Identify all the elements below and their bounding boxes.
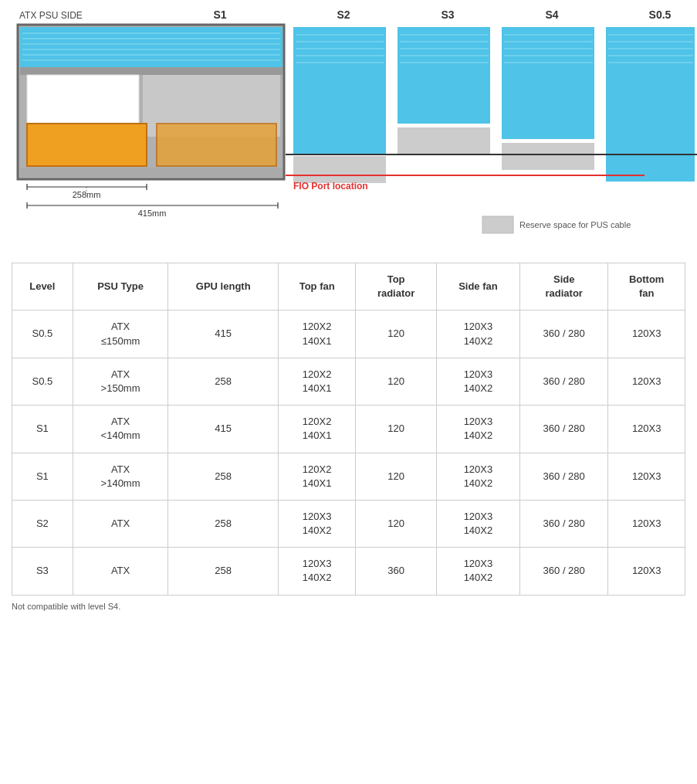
col-label-s0-5: S0.5	[649, 8, 672, 21]
col-label-s2: S2	[337, 8, 350, 21]
table-cell: 120X3	[608, 453, 685, 500]
table-header-row: Level PSU Type GPU length Top fan Toprad…	[12, 263, 685, 311]
table-cell: 258	[168, 548, 279, 595]
table-cell: 258	[168, 453, 279, 500]
table-cell: 120	[356, 358, 436, 405]
table-cell: 120X3140X2	[436, 453, 519, 500]
dim-415-label: 415mm	[138, 209, 167, 218]
table-cell: 360 / 280	[520, 358, 608, 405]
table-cell: ATX>140mm	[73, 453, 168, 500]
s1-gray-reserve	[293, 156, 386, 183]
table-cell: 120X2140X1	[278, 453, 355, 500]
case-psu-right	[157, 124, 276, 166]
table-section: Level PSU Type GPU length Top fan Toprad…	[12, 263, 685, 613]
col-label-s4: S4	[545, 8, 558, 21]
s1-blue-block	[293, 27, 386, 154]
table-cell: 120	[356, 311, 436, 358]
table-cell: 120	[356, 406, 436, 453]
case-psu-left	[27, 124, 147, 166]
table-cell: 120X3140X2	[436, 500, 519, 547]
diagram-section: ATX PSU SIDE S1 S2 S3 S4 S0.5	[12, 8, 685, 247]
table-cell: 120X3	[608, 406, 685, 453]
col-header-toprad: Topradiator	[356, 263, 436, 311]
table-cell: 120X3140X2	[278, 548, 355, 595]
table-cell: S2	[12, 500, 73, 547]
table-cell: 360 / 280	[520, 311, 608, 358]
col-header-psu: PSU Type	[73, 263, 168, 311]
table-note: Not compatible with level S4.	[12, 600, 685, 613]
diagram-svg: ATX PSU SIDE S1 S2 S3 S4 S0.5	[12, 8, 697, 247]
table-cell: 120X2140X1	[278, 406, 355, 453]
table-cell: 120X3140X2	[436, 406, 519, 453]
table-cell: 258	[168, 500, 279, 547]
table-row: S0.5ATX≤150mm415120X2140X1120120X3140X23…	[12, 311, 685, 358]
table-cell: 120X3	[608, 311, 685, 358]
table-cell: ATX	[73, 548, 168, 595]
table-cell: 415	[168, 311, 279, 358]
case-bottom	[20, 168, 283, 177]
legend-label: Reserve space for PUS cable	[519, 220, 631, 229]
table-cell: 120X2140X1	[278, 311, 355, 358]
table-cell: 120X2140X1	[278, 358, 355, 405]
table-cell: 120X3140X2	[436, 548, 519, 595]
col-header-sidefan: Side fan	[436, 263, 519, 311]
s05-blue-block	[606, 27, 695, 182]
table-cell: ATX>150mm	[73, 358, 168, 405]
table-row: S0.5ATX>150mm258120X2140X1120120X3140X23…	[12, 358, 685, 405]
table-row: S2ATX258120X3140X2120120X3140X2360 / 280…	[12, 500, 685, 547]
s3-blue-block	[502, 27, 594, 139]
table-row: S1ATX<140mm415120X2140X1120120X3140X2360…	[12, 406, 685, 453]
table-cell: 120X3	[608, 500, 685, 547]
table-cell: 360 / 280	[520, 406, 608, 453]
col-label-s1: S1	[213, 8, 226, 21]
table-cell: S0.5	[12, 358, 73, 405]
col-header-siderad: Sideradiator	[520, 263, 608, 311]
col-label-s3: S3	[441, 8, 454, 21]
table-cell: 120X3140X2	[436, 358, 519, 405]
col-header-botfan: Bottomfan	[608, 263, 685, 311]
col-header-topfan: Top fan	[278, 263, 355, 311]
legend-box	[482, 216, 513, 233]
atx-psu-label: ATX PSU SIDE	[19, 10, 83, 21]
table-row: S1ATX>140mm258120X2140X1120120X3140X2360…	[12, 453, 685, 500]
table-cell: 360 / 280	[520, 548, 608, 595]
table-cell: 120	[356, 453, 436, 500]
compatibility-table: Level PSU Type GPU length Top fan Toprad…	[12, 263, 685, 596]
table-cell: 360 / 280	[520, 500, 608, 547]
col-header-gpu: GPU length	[168, 263, 279, 311]
table-cell: ATX<140mm	[73, 406, 168, 453]
table-cell: 415	[168, 406, 279, 453]
table-cell: 360 / 280	[520, 453, 608, 500]
table-cell: 120X3	[608, 548, 685, 595]
s3-gray-reserve	[502, 143, 594, 170]
table-row: S3ATX258120X3140X2360120X3140X2360 / 280…	[12, 548, 685, 595]
s2-gray-reserve	[398, 127, 490, 154]
table-cell: S1	[12, 406, 73, 453]
table-cell: S3	[12, 548, 73, 595]
table-cell: 258	[168, 358, 279, 405]
table-cell: ATX	[73, 500, 168, 547]
table-cell: ATX≤150mm	[73, 311, 168, 358]
table-cell: 120X3	[608, 358, 685, 405]
table-cell: 120X3140X2	[436, 311, 519, 358]
table-cell: 120X3140X2	[278, 500, 355, 547]
table-cell: S0.5	[12, 311, 73, 358]
case-divider	[20, 67, 283, 75]
col-header-level: Level	[12, 263, 73, 311]
table-cell: 120	[356, 500, 436, 547]
table-cell: S1	[12, 453, 73, 500]
table-cell: 360	[356, 548, 436, 595]
fio-label: FIO Port location	[293, 181, 368, 192]
